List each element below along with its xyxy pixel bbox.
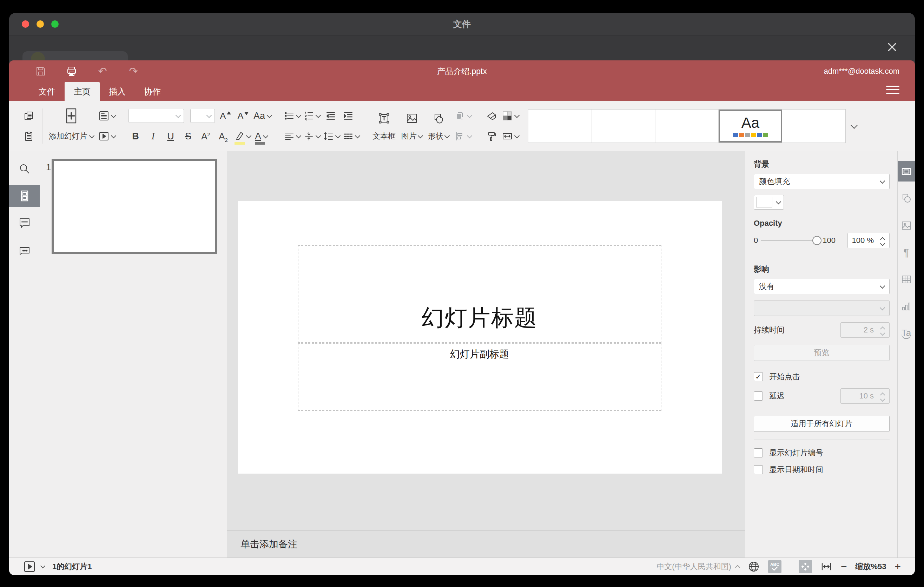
opacity-slider-handle[interactable] — [812, 236, 822, 245]
clear-style-button[interactable] — [485, 108, 498, 124]
slide-size-button[interactable] — [502, 129, 519, 144]
effect-type-select[interactable] — [754, 300, 889, 316]
background-color-picker[interactable] — [754, 195, 784, 209]
background-fill-select[interactable]: 颜色填充 — [754, 174, 889, 189]
strikethrough-button[interactable]: S — [181, 129, 195, 144]
line-spacing-button[interactable] — [324, 129, 340, 144]
image-icon — [406, 112, 418, 124]
apply-to-all-button[interactable]: 适用于所有幻灯片 — [754, 416, 889, 432]
slide-settings-button[interactable] — [898, 161, 915, 181]
comments-panel-button[interactable] — [9, 214, 40, 232]
document-language-button[interactable] — [748, 561, 760, 572]
shape-settings-button[interactable] — [898, 188, 915, 209]
add-slide-menu[interactable]: 添加幻灯片 — [49, 129, 94, 144]
notes-area[interactable]: 单击添加备注 — [227, 531, 745, 557]
slide[interactable]: 幻灯片标题 幻灯片副标题 — [238, 201, 722, 473]
numbered-list-button[interactable] — [304, 108, 320, 124]
screen: 文件 ↶ — [0, 0, 924, 587]
table-settings-button[interactable] — [898, 269, 915, 290]
show-slide-number-checkbox[interactable] — [754, 448, 763, 457]
image-settings-button[interactable] — [898, 215, 915, 236]
opacity-min: 0 — [754, 236, 758, 245]
delay-spinner[interactable]: 10 s — [840, 388, 889, 404]
preview-button[interactable]: 预览 — [754, 345, 889, 361]
image-label[interactable]: 图片 — [401, 131, 417, 142]
chat-panel-button[interactable] — [9, 242, 40, 261]
delay-checkbox[interactable] — [754, 391, 763, 401]
font-color-button[interactable]: A — [254, 129, 268, 144]
copy-style-button[interactable] — [485, 129, 498, 144]
underline-button[interactable]: U — [163, 129, 178, 144]
theme-item[interactable] — [528, 110, 592, 143]
increase-indent-button[interactable] — [341, 108, 355, 124]
subscript-button[interactable]: A2 — [216, 129, 230, 144]
add-slide-button[interactable] — [49, 108, 94, 124]
language-selector[interactable]: 中文(中华人民共和国) — [657, 561, 739, 572]
tab-home[interactable]: 主页 — [64, 82, 100, 101]
font-size-combobox[interactable] — [190, 109, 215, 123]
paste-button[interactable] — [22, 129, 36, 144]
fit-width-button[interactable] — [820, 561, 832, 572]
color-scheme-button[interactable] — [502, 108, 519, 124]
slide-canvas[interactable]: 幻灯片标题 幻灯片副标题 — [227, 151, 745, 531]
toolbar-separator — [42, 109, 43, 143]
superscript-button[interactable]: A2 — [199, 129, 213, 144]
theme-item-selected[interactable]: Aa — [719, 110, 782, 143]
tab-collaboration[interactable]: 协作 — [135, 82, 170, 101]
opacity-spinner[interactable]: 100 % — [848, 233, 889, 248]
start-preview-button[interactable] — [23, 560, 36, 573]
view-settings-button[interactable] — [886, 86, 899, 94]
theme-item[interactable] — [782, 110, 845, 143]
preview-options-chevron[interactable] — [40, 563, 45, 568]
italic-button[interactable]: I — [146, 129, 160, 144]
theme-item[interactable] — [592, 110, 655, 143]
textart-settings-button[interactable]: Ta — [898, 323, 915, 344]
paragraph-settings-button[interactable]: ¶ — [898, 242, 915, 262]
theme-item[interactable] — [655, 110, 719, 143]
copy-button[interactable] — [22, 108, 36, 124]
chart-settings-button[interactable] — [898, 296, 915, 317]
close-editor-button[interactable] — [885, 40, 899, 54]
fit-slide-toggle[interactable] — [799, 560, 812, 573]
theme-gallery-expand-button[interactable] — [846, 109, 861, 143]
insert-image-button[interactable] — [405, 110, 419, 126]
show-date-row: 显示日期和时间 — [754, 465, 889, 475]
main-area: 1 幻灯片标题 幻灯片副标题 — [9, 151, 915, 557]
start-on-click-checkbox[interactable]: ✓ — [754, 372, 763, 381]
font-name-combobox[interactable] — [129, 109, 184, 123]
bullet-list-button[interactable] — [284, 108, 300, 124]
align-shape-button[interactable] — [455, 129, 472, 144]
increase-font-button[interactable]: A — [218, 108, 233, 124]
subtitle-placeholder[interactable]: 幻灯片副标题 — [298, 343, 662, 411]
effect-select[interactable]: 没有 — [754, 279, 889, 294]
horizontal-align-button[interactable] — [284, 129, 300, 144]
decrease-indent-button[interactable] — [324, 108, 338, 124]
slides-panel-button[interactable] — [9, 185, 40, 207]
theme-preview-text: Aa — [741, 115, 759, 130]
highlight-color-button[interactable] — [234, 129, 251, 144]
zoom-in-button[interactable]: + — [894, 561, 901, 572]
insert-textbox-button[interactable] — [377, 110, 391, 126]
zoom-out-button[interactable]: − — [841, 561, 847, 572]
align-objects-icon — [455, 131, 465, 142]
vertical-align-button[interactable] — [304, 129, 320, 144]
arrange-shape-button[interactable] — [455, 108, 472, 124]
change-case-button[interactable]: Aa — [254, 108, 271, 124]
toolbar-separator — [478, 109, 478, 143]
columns-button[interactable] — [343, 129, 360, 144]
start-slideshow-button[interactable] — [99, 129, 116, 144]
insert-shape-button[interactable] — [431, 110, 446, 126]
duration-spinner[interactable]: 2 s — [840, 322, 889, 338]
tab-file[interactable]: 文件 — [30, 82, 64, 101]
search-panel-button[interactable] — [9, 160, 40, 178]
opacity-slider[interactable] — [761, 240, 817, 241]
slide-thumbnail-1[interactable] — [51, 159, 217, 254]
decrease-font-button[interactable]: A — [236, 108, 250, 124]
spellcheck-toggle[interactable]: ABC — [768, 560, 782, 573]
change-layout-button[interactable] — [99, 108, 116, 124]
shape-label[interactable]: 形状 — [428, 131, 444, 142]
title-placeholder[interactable]: 幻灯片标题 — [298, 245, 662, 343]
show-date-checkbox[interactable] — [754, 465, 763, 474]
tab-insert[interactable]: 插入 — [100, 82, 135, 101]
bold-button[interactable]: B — [129, 129, 142, 144]
